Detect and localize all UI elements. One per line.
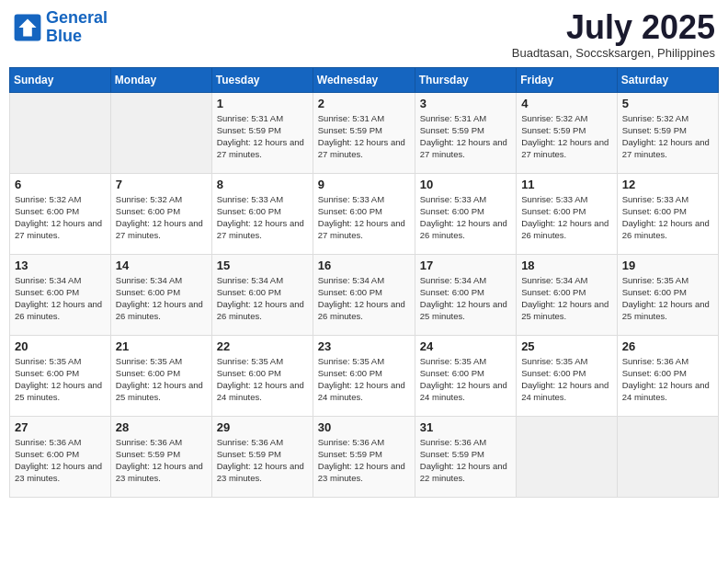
day-info: Sunrise: 5:36 AMSunset: 6:00 PMDaylight:… [622,355,713,404]
page-header: General Blue July 2025 Buadtasan, Soccsk… [9,9,719,60]
day-info: Sunrise: 5:34 AMSunset: 6:00 PMDaylight:… [318,274,410,323]
weekday-header-sunday: Sunday [10,67,111,92]
day-info: Sunrise: 5:33 AMSunset: 6:00 PMDaylight:… [420,193,511,242]
day-info: Sunrise: 5:36 AMSunset: 5:59 PMDaylight:… [420,436,511,485]
logo-icon [13,13,42,42]
day-number: 15 [217,259,308,272]
day-info: Sunrise: 5:35 AMSunset: 6:00 PMDaylight:… [217,355,308,404]
day-info: Sunrise: 5:35 AMSunset: 6:00 PMDaylight:… [318,355,410,404]
day-info: Sunrise: 5:35 AMSunset: 6:00 PMDaylight:… [420,355,511,404]
calendar-cell: 5Sunrise: 5:32 AMSunset: 5:59 PMDaylight… [617,92,718,173]
calendar-week-4: 20Sunrise: 5:35 AMSunset: 6:00 PMDayligh… [10,335,719,416]
day-number: 5 [622,97,713,110]
day-number: 25 [521,339,612,353]
day-info: Sunrise: 5:31 AMSunset: 5:59 PMDaylight:… [318,112,410,161]
calendar-cell: 12Sunrise: 5:33 AMSunset: 6:00 PMDayligh… [617,173,718,254]
day-number: 30 [318,420,410,434]
day-number: 24 [420,339,511,353]
day-number: 2 [318,97,410,110]
day-number: 18 [521,259,612,272]
weekday-header-saturday: Saturday [617,67,718,92]
calendar-cell: 4Sunrise: 5:32 AMSunset: 5:59 PMDaylight… [517,92,618,173]
day-info: Sunrise: 5:31 AMSunset: 5:59 PMDaylight:… [420,112,511,161]
calendar-cell: 21Sunrise: 5:35 AMSunset: 6:00 PMDayligh… [110,335,211,416]
day-number: 23 [318,339,410,353]
day-info: Sunrise: 5:36 AMSunset: 5:59 PMDaylight:… [318,436,410,485]
day-number: 28 [116,420,207,434]
day-number: 29 [217,420,308,434]
day-info: Sunrise: 5:35 AMSunset: 6:00 PMDaylight:… [521,355,612,404]
day-info: Sunrise: 5:36 AMSunset: 6:00 PMDaylight:… [15,436,106,485]
calendar-cell: 14Sunrise: 5:34 AMSunset: 6:00 PMDayligh… [110,254,211,335]
day-number: 6 [15,178,106,191]
calendar-week-5: 27Sunrise: 5:36 AMSunset: 6:00 PMDayligh… [10,416,719,497]
calendar-week-1: 1Sunrise: 5:31 AMSunset: 5:59 PMDaylight… [10,92,719,173]
weekday-header-monday: Monday [110,67,211,92]
calendar-cell: 13Sunrise: 5:34 AMSunset: 6:00 PMDayligh… [10,254,111,335]
logo-text: General Blue [46,9,108,46]
weekday-header-friday: Friday [517,67,618,92]
calendar-cell: 10Sunrise: 5:33 AMSunset: 6:00 PMDayligh… [415,173,516,254]
day-info: Sunrise: 5:33 AMSunset: 6:00 PMDaylight:… [622,193,713,242]
calendar-cell: 23Sunrise: 5:35 AMSunset: 6:00 PMDayligh… [313,335,415,416]
calendar-cell: 25Sunrise: 5:35 AMSunset: 6:00 PMDayligh… [517,335,618,416]
day-number: 19 [622,259,713,272]
day-info: Sunrise: 5:35 AMSunset: 6:00 PMDaylight:… [622,274,713,323]
day-number: 12 [622,178,713,191]
calendar-cell [517,416,618,497]
calendar-cell: 24Sunrise: 5:35 AMSunset: 6:00 PMDayligh… [415,335,516,416]
calendar-cell: 17Sunrise: 5:34 AMSunset: 6:00 PMDayligh… [415,254,516,335]
calendar-cell: 31Sunrise: 5:36 AMSunset: 5:59 PMDayligh… [415,416,516,497]
calendar-cell: 29Sunrise: 5:36 AMSunset: 5:59 PMDayligh… [211,416,313,497]
calendar-cell [110,92,211,173]
day-number: 22 [217,339,308,353]
calendar-cell: 20Sunrise: 5:35 AMSunset: 6:00 PMDayligh… [10,335,111,416]
day-number: 26 [622,339,713,353]
calendar-cell [10,92,111,173]
calendar-cell: 30Sunrise: 5:36 AMSunset: 5:59 PMDayligh… [313,416,415,497]
calendar-cell: 15Sunrise: 5:34 AMSunset: 6:00 PMDayligh… [211,254,313,335]
calendar-cell: 26Sunrise: 5:36 AMSunset: 6:00 PMDayligh… [617,335,718,416]
day-info: Sunrise: 5:32 AMSunset: 5:59 PMDaylight:… [622,112,713,161]
day-number: 13 [15,259,106,272]
day-info: Sunrise: 5:34 AMSunset: 6:00 PMDaylight:… [420,274,511,323]
day-number: 9 [318,178,410,191]
day-info: Sunrise: 5:31 AMSunset: 5:59 PMDaylight:… [217,112,308,161]
day-info: Sunrise: 5:34 AMSunset: 6:00 PMDaylight:… [15,274,106,323]
day-number: 10 [420,178,511,191]
day-info: Sunrise: 5:34 AMSunset: 6:00 PMDaylight:… [116,274,207,323]
calendar-cell: 11Sunrise: 5:33 AMSunset: 6:00 PMDayligh… [517,173,618,254]
calendar-cell: 6Sunrise: 5:32 AMSunset: 6:00 PMDaylight… [10,173,111,254]
calendar-week-3: 13Sunrise: 5:34 AMSunset: 6:00 PMDayligh… [10,254,719,335]
calendar-cell: 18Sunrise: 5:34 AMSunset: 6:00 PMDayligh… [517,254,618,335]
calendar-cell: 19Sunrise: 5:35 AMSunset: 6:00 PMDayligh… [617,254,718,335]
calendar-cell: 28Sunrise: 5:36 AMSunset: 5:59 PMDayligh… [110,416,211,497]
weekday-header-row: SundayMondayTuesdayWednesdayThursdayFrid… [10,67,719,92]
calendar-cell: 27Sunrise: 5:36 AMSunset: 6:00 PMDayligh… [10,416,111,497]
calendar-table: SundayMondayTuesdayWednesdayThursdayFrid… [9,67,719,498]
calendar-cell: 22Sunrise: 5:35 AMSunset: 6:00 PMDayligh… [211,335,313,416]
calendar-cell: 1Sunrise: 5:31 AMSunset: 5:59 PMDaylight… [211,92,313,173]
calendar-week-2: 6Sunrise: 5:32 AMSunset: 6:00 PMDaylight… [10,173,719,254]
day-number: 21 [116,339,207,353]
title-block: July 2025 Buadtasan, Soccsksargen, Phili… [512,9,715,60]
weekday-header-tuesday: Tuesday [211,67,313,92]
day-number: 17 [420,259,511,272]
day-info: Sunrise: 5:32 AMSunset: 6:00 PMDaylight:… [116,193,207,242]
calendar-cell: 9Sunrise: 5:33 AMSunset: 6:00 PMDaylight… [313,173,415,254]
day-info: Sunrise: 5:35 AMSunset: 6:00 PMDaylight:… [15,355,106,404]
weekday-header-wednesday: Wednesday [313,67,415,92]
day-info: Sunrise: 5:34 AMSunset: 6:00 PMDaylight:… [217,274,308,323]
day-info: Sunrise: 5:34 AMSunset: 6:00 PMDaylight:… [521,274,612,323]
day-info: Sunrise: 5:36 AMSunset: 5:59 PMDaylight:… [217,436,308,485]
day-number: 16 [318,259,410,272]
calendar-cell: 8Sunrise: 5:33 AMSunset: 6:00 PMDaylight… [211,173,313,254]
day-info: Sunrise: 5:33 AMSunset: 6:00 PMDaylight:… [217,193,308,242]
day-number: 7 [116,178,207,191]
calendar-cell [617,416,718,497]
day-number: 8 [217,178,308,191]
day-info: Sunrise: 5:32 AMSunset: 6:00 PMDaylight:… [15,193,106,242]
day-number: 27 [15,420,106,434]
calendar-cell: 16Sunrise: 5:34 AMSunset: 6:00 PMDayligh… [313,254,415,335]
day-number: 20 [15,339,106,353]
